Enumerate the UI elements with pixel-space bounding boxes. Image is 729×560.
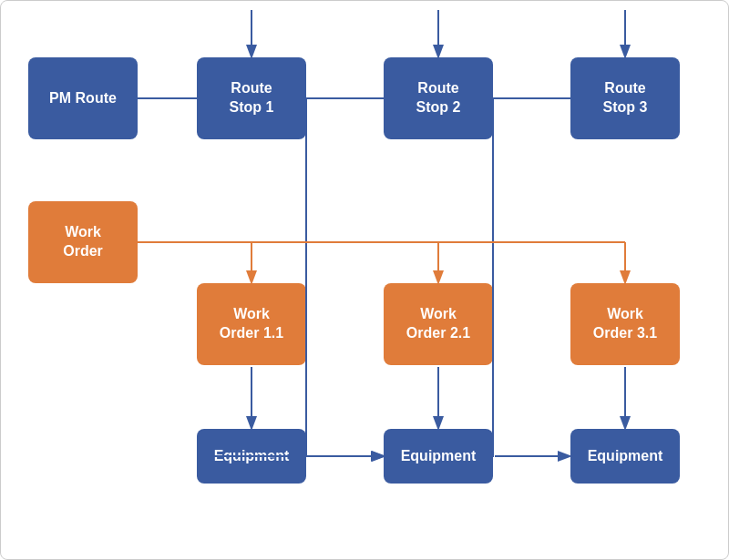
- equipment-3-node: Equipment: [570, 429, 680, 484]
- route-stop-3-node: RouteStop 3: [570, 57, 680, 139]
- equipment-1-node: Equipment: [197, 429, 306, 484]
- route-stop-1-node: RouteStop 1: [197, 57, 306, 139]
- equipment-2-node: Equipment: [384, 429, 493, 484]
- work-order-21-node: WorkOrder 2.1: [384, 283, 493, 365]
- diagram: PM Route RouteStop 1 RouteStop 2 RouteSt…: [0, 0, 729, 560]
- pm-route-node: PM Route: [28, 57, 138, 139]
- work-order-11-node: WorkOrder 1.1: [197, 283, 306, 365]
- route-stop-2-node: RouteStop 2: [384, 57, 493, 139]
- work-order-31-node: WorkOrder 3.1: [570, 283, 680, 365]
- work-order-node: WorkOrder: [28, 201, 138, 283]
